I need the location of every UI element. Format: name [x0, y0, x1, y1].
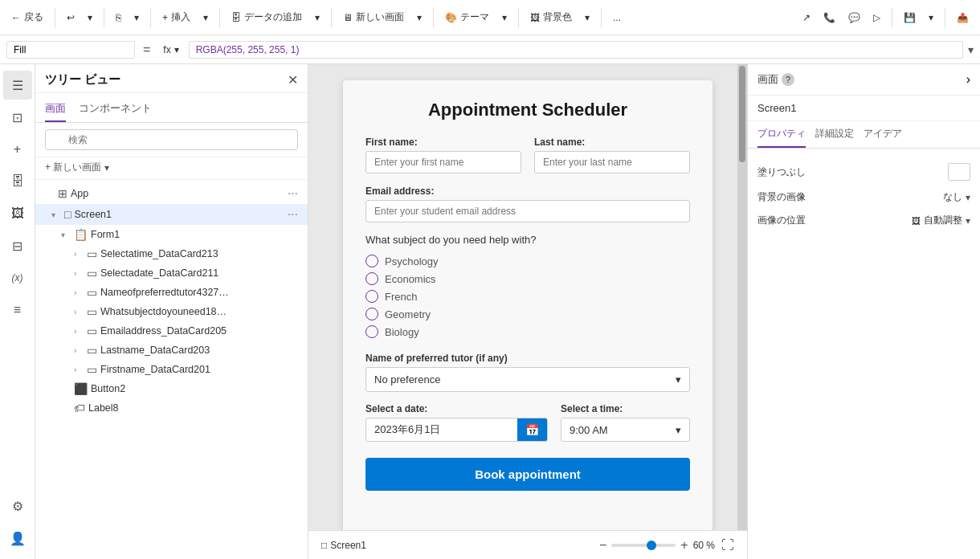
fullscreen-button[interactable]: ⛶ [721, 538, 734, 553]
expand-icon-6: › [74, 288, 84, 297]
back-label: 戻る [24, 10, 43, 24]
tab-properties[interactable]: プロパティ [757, 121, 806, 148]
tree-item-label8[interactable]: 🏷 Label8 [35, 398, 308, 418]
fill-selector[interactable] [6, 41, 135, 59]
tab-components[interactable]: コンポーネント [79, 96, 152, 122]
tree-item-button2[interactable]: ⬛ Button2 [35, 379, 308, 398]
calendar-button[interactable]: 📅 [517, 418, 547, 441]
radio-french[interactable]: French [365, 288, 690, 305]
save-chevron[interactable]: ▾ [924, 9, 938, 27]
phone-button[interactable]: 📞 [819, 9, 840, 27]
theme-button[interactable]: 🎨 テーマ [440, 7, 494, 27]
time-group: Select a time: 9:00 AM ▾ [561, 403, 690, 442]
bg-image-select[interactable]: なし ▾ [943, 190, 970, 204]
fill-swatch[interactable] [948, 163, 970, 181]
email-input[interactable] [365, 200, 690, 222]
tree-close-button[interactable]: ✕ [288, 72, 298, 88]
date-input[interactable] [366, 419, 517, 441]
time-select[interactable]: 9:00 AM ▾ [561, 418, 690, 442]
sidebar-media-button[interactable]: 🖼 [3, 199, 32, 228]
radio-economics[interactable]: Economics [365, 270, 690, 288]
add-data-button[interactable]: 🗄 データの追加 [227, 7, 307, 27]
last-name-input[interactable] [534, 151, 690, 173]
zoom-slider[interactable] [611, 544, 676, 547]
insert-button[interactable]: + 挿入 [157, 7, 195, 27]
sidebar-menu-button[interactable]: ☰ [3, 71, 32, 100]
radio-geometry[interactable]: Geometry [365, 305, 690, 323]
radio-psychology[interactable]: Psychology [365, 252, 690, 270]
share-button[interactable]: ↗ [798, 9, 815, 27]
sidebar-rules-button[interactable]: ≡ [3, 296, 32, 324]
undo-chevron[interactable]: ▾ [83, 9, 97, 27]
zoom-thumb[interactable] [647, 541, 656, 550]
sidebar-insert-button[interactable]: + [3, 135, 32, 164]
tree-item-app[interactable]: ⊞ App ··· [35, 183, 308, 204]
chevron-down-icon-pos: ▾ [966, 215, 970, 226]
tree-search-area: 🔍 [35, 123, 308, 157]
tab-idea[interactable]: アイデア [864, 121, 902, 148]
sidebar-components-button[interactable]: ⊟ [3, 231, 32, 260]
sidebar-layers-button[interactable]: ⊡ [3, 103, 32, 132]
tab-advanced[interactable]: 詳細設定 [815, 121, 854, 148]
copy-button[interactable]: ⎘ [111, 9, 126, 27]
sidebar-data-button[interactable]: 🗄 [3, 167, 32, 196]
tree-item-card203[interactable]: › ▭ Lastname_DataCard203 [35, 341, 308, 360]
publish-button[interactable]: 📤 [952, 9, 974, 27]
save-button[interactable]: 💾 [899, 9, 921, 27]
new-screen-button[interactable]: + 新しい画面 ▾ [35, 157, 308, 180]
expand-icon-10: › [74, 365, 84, 374]
canvas-bottom: □ Screen1 − + 60 % ⛶ [308, 530, 747, 559]
zoom-minus-button[interactable]: − [599, 538, 606, 553]
expand-icon-9: › [74, 346, 84, 355]
chevron-down-icon-6: ▾ [502, 12, 507, 23]
tab-screens[interactable]: 画面 [45, 96, 66, 122]
main-area: ☰ ⊡ + 🗄 🖼 ⊟ (x) ≡ ⚙ 👤 ツリー ビュー ✕ 画面 コンポーネ… [0, 64, 980, 559]
back-button[interactable]: ← 戻る [6, 7, 48, 27]
props-chevron-right-icon[interactable]: › [966, 72, 970, 87]
sidebar-user-button[interactable]: 👤 [3, 524, 32, 553]
zoom-value: 60 % [693, 540, 715, 551]
sidebar-variables-button[interactable]: (x) [3, 263, 32, 292]
image-position-row: 画像の位置 🖼 自動調整 ▾ [757, 209, 970, 232]
add-data-chevron[interactable]: ▾ [310, 9, 325, 27]
bg-chevron[interactable]: ▾ [580, 9, 594, 27]
tree-item-card201[interactable]: › ▭ Firstname_DataCard201 [35, 360, 308, 379]
new-screen-button[interactable]: 🖥 新しい画面 [338, 7, 409, 27]
radio-label-psychology: Psychology [385, 255, 438, 267]
tree-item-card1868[interactable]: › ▭ Whatsubjectdoyouneed1868_DataC... [35, 302, 308, 321]
screen1-dots[interactable]: ··· [288, 207, 298, 222]
canvas-scrollbar[interactable] [737, 64, 747, 530]
tree-search-input[interactable] [45, 129, 298, 150]
formula-input[interactable] [189, 41, 963, 59]
app-dots[interactable]: ··· [288, 186, 298, 201]
tree-item-card205[interactable]: › ▭ Emailaddress_DataCard205 [35, 321, 308, 341]
chevron-down-icon-tutor: ▾ [676, 373, 681, 386]
tree-item-card4327[interactable]: › ▭ Nameofpreferredtutor4327_DataCar... [35, 283, 308, 302]
sidebar-settings-button[interactable]: ⚙ [3, 492, 32, 520]
tree-item-form1[interactable]: ▾ 📋 Form1 [35, 225, 308, 244]
tree-item-screen1[interactable]: ▾ □ Screen1 ··· [35, 204, 308, 225]
radio-biology[interactable]: Biology [365, 323, 690, 341]
tutor-select[interactable]: No preference ▾ [365, 367, 690, 392]
fx-group: fx ▾ [158, 44, 183, 55]
share-icon: ↗ [802, 12, 811, 23]
zoom-plus-button[interactable]: + [680, 538, 688, 553]
play-button[interactable]: ▷ [868, 9, 885, 27]
more-button[interactable]: ... [608, 9, 626, 27]
undo-button[interactable]: ↩ [62, 9, 80, 27]
scrollbar-thumb[interactable] [739, 66, 745, 162]
image-position-value: 自動調整 [924, 214, 962, 227]
card211-label: Selectadate_DataCard211 [100, 267, 298, 279]
image-position-select[interactable]: 🖼 自動調整 ▾ [912, 214, 970, 227]
theme-chevron[interactable]: ▾ [497, 9, 512, 27]
insert-chevron[interactable]: ▾ [198, 9, 213, 27]
form1-label: Form1 [91, 229, 298, 240]
new-screen-chevron[interactable]: ▾ [412, 9, 427, 27]
copy-chevron[interactable]: ▾ [129, 9, 144, 27]
first-name-input[interactable] [365, 151, 521, 173]
comment-button[interactable]: 💬 [843, 9, 865, 27]
bg-button[interactable]: 🖼 背景色 [525, 7, 577, 27]
tree-item-card213[interactable]: › ▭ Selectatime_DataCard213 [35, 244, 308, 263]
book-appointment-button[interactable]: Book appointment [365, 458, 690, 491]
tree-item-card211[interactable]: › ▭ Selectadate_DataCard211 [35, 263, 308, 283]
